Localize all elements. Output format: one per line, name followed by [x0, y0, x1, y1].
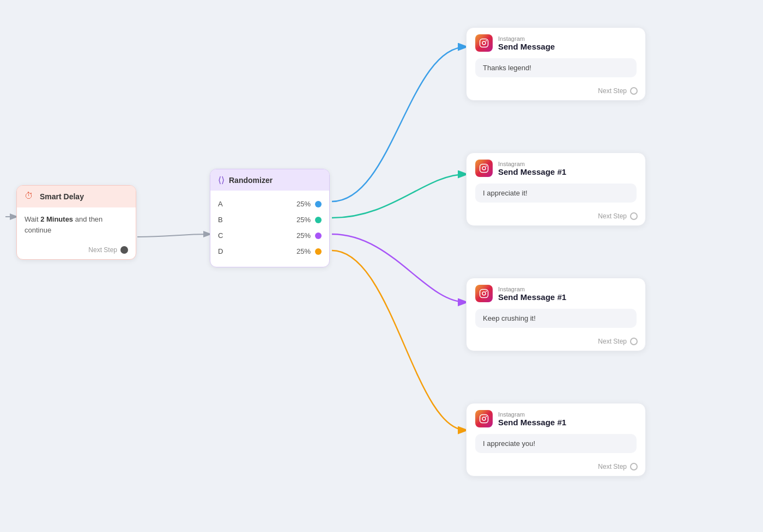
msg-card-platform-1: Instagram — [498, 161, 566, 167]
msg-next-step-label-3: Next Step — [598, 463, 627, 470]
smart-delay-desc: Wait 2 Minutes and then continue — [25, 214, 128, 235]
msg-next-step-row-3: Next Step — [467, 460, 645, 476]
smart-delay-next-step-dot[interactable] — [120, 246, 128, 254]
msg-next-step-label-2: Next Step — [598, 338, 627, 345]
randomizer-pct-a: 25% — [296, 200, 322, 208]
randomizer-label-a: A — [218, 200, 223, 208]
msg-card-meta-2: Instagram Send Message #1 — [498, 286, 566, 302]
canvas: ⏱ Smart Delay Wait 2 Minutes and then co… — [0, 0, 763, 532]
msg-card-action-2: Send Message #1 — [498, 292, 566, 302]
svg-rect-10 — [480, 415, 488, 423]
rand-dot-b[interactable] — [315, 217, 322, 223]
msg-card-header-0: Instagram Send Message — [467, 28, 645, 56]
randomizer-label-b: B — [218, 216, 223, 224]
instagram-icon-3 — [475, 410, 493, 427]
msg-next-step-label-1: Next Step — [598, 212, 627, 220]
rand-dot-a[interactable] — [315, 201, 322, 207]
svg-point-5 — [482, 167, 486, 170]
randomizer-node[interactable]: ⟨⟩ Randomizer A 25% B 25% — [210, 169, 330, 267]
msg-card-platform-2: Instagram — [498, 286, 566, 292]
randomizer-pct-d: 25% — [296, 247, 322, 255]
randomizer-label-d: D — [218, 247, 223, 255]
instagram-icon-1 — [475, 160, 493, 177]
msg-next-step-dot-1[interactable] — [630, 212, 638, 220]
msg-card-msg-c[interactable]: Instagram Send Message #1 Keep crushing … — [466, 278, 646, 351]
msg-card-platform-3: Instagram — [498, 411, 566, 418]
share-icon: ⟨⟩ — [218, 175, 225, 185]
randomizer-title: Randomizer — [229, 176, 272, 185]
msg-card-msg-b[interactable]: Instagram Send Message #1 I appreciate i… — [466, 152, 646, 226]
msg-next-step-label-0: Next Step — [598, 87, 627, 95]
smart-delay-title: Smart Delay — [40, 192, 84, 201]
randomizer-row-d: D 25% — [218, 243, 322, 259]
randomizer-label-c: C — [218, 231, 223, 240]
svg-point-3 — [486, 40, 487, 41]
msg-card-action-0: Send Message — [498, 42, 555, 51]
svg-rect-1 — [480, 39, 488, 47]
randomizer-row-b: B 25% — [218, 212, 322, 228]
msg-card-header-2: Instagram Send Message #1 — [467, 278, 645, 307]
randomizer-pct-b: 25% — [296, 216, 322, 224]
msg-card-meta-3: Instagram Send Message #1 — [498, 411, 566, 427]
msg-next-step-dot-0[interactable] — [630, 87, 638, 95]
connections-svg — [0, 0, 763, 532]
randomizer-body: A 25% B 25% C 25% — [210, 191, 329, 267]
msg-card-bubble-2: Keep crushing it! — [475, 309, 637, 328]
msg-card-action-3: Send Message #1 — [498, 418, 566, 427]
instagram-icon-2 — [475, 285, 493, 302]
randomizer-row-c: C 25% — [218, 228, 322, 243]
msg-card-header-1: Instagram Send Message #1 — [467, 153, 645, 181]
instagram-icon-0 — [475, 34, 493, 52]
rand-dot-c[interactable] — [315, 233, 322, 239]
svg-point-9 — [486, 291, 487, 292]
smart-delay-next-step-row: Next Step — [17, 243, 136, 259]
msg-card-msg-d[interactable]: Instagram Send Message #1 I appreciate y… — [466, 403, 646, 476]
msg-next-step-row-2: Next Step — [467, 334, 645, 351]
msg-next-step-dot-2[interactable] — [630, 338, 638, 345]
randomizer-header: ⟨⟩ Randomizer — [210, 169, 329, 191]
svg-point-12 — [486, 416, 487, 417]
svg-rect-7 — [480, 290, 488, 298]
randomizer-pct-c: 25% — [296, 231, 322, 240]
msg-card-action-1: Send Message #1 — [498, 167, 566, 176]
msg-next-step-row-0: Next Step — [467, 84, 645, 100]
msg-next-step-dot-3[interactable] — [630, 463, 638, 470]
msg-card-bubble-0: Thanks legend! — [475, 58, 637, 77]
rand-dot-d[interactable] — [315, 248, 322, 255]
svg-point-6 — [486, 166, 487, 167]
msg-card-bubble-1: I appreciate it! — [475, 184, 637, 203]
msg-card-msg-a[interactable]: Instagram Send Message Thanks legend! Ne… — [466, 27, 646, 101]
msg-next-step-row-1: Next Step — [467, 209, 645, 225]
smart-delay-next-step-label: Next Step — [88, 246, 117, 254]
msg-card-bubble-3: I appreciate you! — [475, 434, 637, 453]
randomizer-row-a: A 25% — [218, 196, 322, 212]
smart-delay-header: ⏱ Smart Delay — [17, 186, 136, 207]
svg-point-8 — [482, 292, 486, 295]
smart-delay-body: Wait 2 Minutes and then continue — [17, 207, 136, 243]
svg-point-11 — [482, 417, 486, 420]
msg-card-meta-1: Instagram Send Message #1 — [498, 161, 566, 176]
smart-delay-node[interactable]: ⏱ Smart Delay Wait 2 Minutes and then co… — [16, 185, 136, 260]
msg-card-header-3: Instagram Send Message #1 — [467, 403, 645, 432]
svg-point-2 — [482, 41, 486, 45]
msg-card-meta-0: Instagram Send Message — [498, 35, 555, 51]
svg-rect-4 — [480, 164, 488, 173]
clock-icon: ⏱ — [25, 191, 35, 202]
msg-card-platform-0: Instagram — [498, 35, 555, 42]
